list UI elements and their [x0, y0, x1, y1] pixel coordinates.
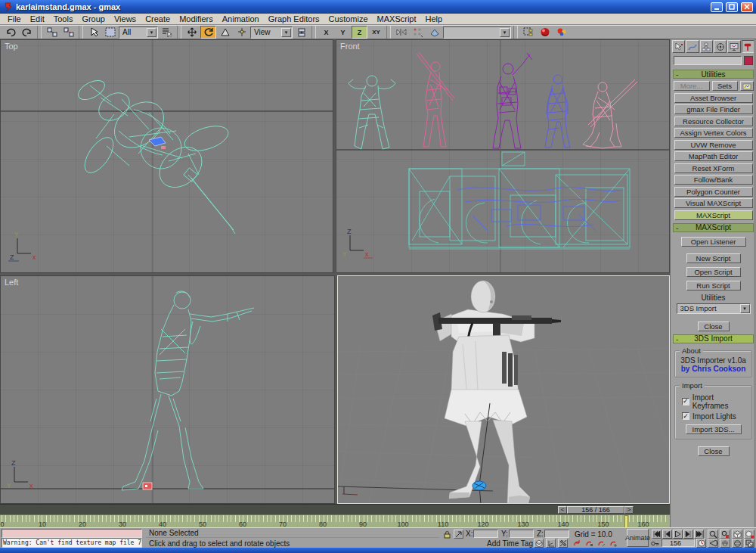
current-frame-field[interactable]: 156 — [662, 539, 695, 547]
object-color-swatch[interactable] — [744, 56, 753, 65]
named-selection-dropdown[interactable]: ▼ — [443, 26, 511, 39]
importer-close-button[interactable]: Close — [698, 446, 730, 456]
go-to-end-icon[interactable] — [694, 530, 704, 539]
wireframe-soldier-left[interactable] — [122, 291, 254, 490]
viewport-top-label[interactable]: Top — [5, 42, 18, 51]
object-name-field[interactable] — [674, 56, 742, 65]
keyboard-shortcut-toggle-icon[interactable] — [584, 539, 594, 548]
zoom-extents-icon[interactable] — [732, 530, 742, 539]
previous-frame-arrow-icon[interactable]: < — [558, 506, 567, 514]
material-editor-icon[interactable] — [537, 26, 553, 39]
dependents-toggle-icon[interactable] — [609, 539, 618, 548]
close-button[interactable] — [741, 2, 753, 12]
x-coord-field[interactable] — [473, 530, 498, 538]
open-script-button[interactable]: Open Script — [686, 267, 741, 277]
import-keyframes-checkbox[interactable]: ✓ — [682, 398, 689, 405]
go-to-start-icon[interactable] — [652, 530, 662, 539]
mirror-icon[interactable] — [393, 26, 409, 39]
restrict-z-icon[interactable]: Z — [352, 26, 367, 39]
menu-modifiers[interactable]: Modifiers — [175, 14, 218, 25]
menu-animation[interactable]: Animation — [218, 14, 264, 25]
import-lights-checkbox[interactable]: ✓ — [682, 412, 689, 420]
key-mode-toggle-icon[interactable] — [650, 539, 660, 548]
restrict-x-icon[interactable]: X — [318, 26, 334, 39]
add-time-tag[interactable]: Add Time Tag — [487, 539, 533, 548]
chevron-down-icon[interactable]: ▼ — [281, 28, 291, 37]
minimize-button[interactable] — [711, 2, 723, 12]
3ds-import-rollout-header[interactable]: - 3DS Import — [673, 334, 754, 343]
tab-modify-icon[interactable] — [686, 40, 699, 53]
time-slider-thumb[interactable]: < 156 / 166 > — [558, 506, 634, 514]
wireframe-soldier-pink[interactable] — [417, 52, 454, 147]
new-script-button[interactable]: New Script — [686, 253, 741, 263]
selection-lock-icon[interactable] — [442, 530, 452, 539]
viewport-perspective[interactable] — [337, 275, 670, 504]
field-of-view-icon[interactable] — [708, 539, 718, 548]
run-script-button[interactable]: Run Script — [686, 281, 741, 290]
uvw-remove-button[interactable]: UVW Remove — [674, 140, 753, 150]
maximize-button[interactable] — [726, 2, 738, 12]
select-by-name-icon[interactable] — [159, 26, 175, 39]
asset-browser-button[interactable]: Asset Browser — [674, 93, 753, 103]
viewport-left[interactable]: Left — [0, 275, 335, 504]
select-and-move-icon[interactable] — [184, 26, 200, 39]
menu-create[interactable]: Create — [141, 14, 175, 25]
reference-coordsys-dropdown[interactable]: View▼ — [250, 26, 293, 39]
selected-object-perspective[interactable] — [472, 481, 486, 490]
collapse-icon[interactable]: - — [676, 335, 678, 343]
zoom-all-icon[interactable] — [720, 530, 730, 539]
snap-toggle-icon[interactable] — [534, 539, 544, 548]
angle-snap-icon[interactable] — [546, 539, 556, 548]
previous-frame-icon[interactable] — [662, 530, 672, 539]
time-configuration-icon[interactable] — [696, 539, 706, 548]
collapse-icon[interactable]: - — [676, 224, 678, 232]
tab-create-icon[interactable] — [672, 40, 685, 53]
chevron-down-icon[interactable]: ▼ — [147, 28, 156, 37]
wireframe-soldier-cyan[interactable] — [349, 76, 395, 149]
more-button[interactable]: More... — [674, 81, 710, 91]
menu-maxscript[interactable]: MAXScript — [373, 14, 421, 25]
mappath-editor-button[interactable]: MapPath Editor — [674, 151, 753, 161]
min-max-toggle-icon[interactable] — [744, 539, 754, 548]
reset-xform-button[interactable]: Reset XForm — [674, 163, 753, 173]
menu-customize[interactable]: Customize — [324, 14, 373, 25]
selection-region-icon[interactable] — [102, 26, 118, 39]
shaded-soldier[interactable] — [432, 281, 561, 504]
zoom-extents-all-icon[interactable] — [744, 530, 754, 539]
utility-script-dropdown[interactable]: 3DS Import ▼ — [677, 303, 751, 314]
maxscript-mini-listener-input[interactable] — [2, 529, 142, 538]
pan-hand-icon[interactable] — [720, 539, 730, 548]
selected-object-left[interactable] — [143, 483, 152, 489]
utility-config-icon[interactable] — [740, 81, 754, 91]
gmax-file-finder-button[interactable]: gmax File Finder — [674, 104, 753, 114]
undo-icon[interactable] — [2, 26, 18, 39]
arc-rotate-icon[interactable] — [732, 539, 742, 548]
maxscript-button[interactable]: MAXScript — [674, 210, 753, 220]
utilities-rollout-header[interactable]: - Utilities — [673, 70, 754, 79]
selection-filter-dropdown[interactable]: All▼ — [119, 26, 158, 39]
y-coord-field[interactable] — [509, 530, 534, 538]
next-frame-icon[interactable] — [683, 530, 693, 539]
next-frame-arrow-icon[interactable]: > — [624, 506, 634, 514]
percent-snap-icon[interactable] — [558, 539, 568, 548]
menu-file[interactable]: File — [3, 14, 26, 25]
wireframe-soldier-purple[interactable] — [493, 53, 532, 148]
select-and-rotate-icon[interactable] — [200, 26, 216, 39]
select-and-scale-icon[interactable] — [217, 26, 233, 39]
current-frame-marker[interactable] — [624, 515, 628, 527]
use-pivot-point-icon[interactable] — [293, 26, 309, 39]
select-object-icon[interactable] — [85, 26, 101, 39]
menu-group[interactable]: Group — [77, 14, 110, 25]
tab-display-icon[interactable] — [727, 40, 740, 53]
menu-help[interactable]: Help — [421, 14, 448, 25]
menu-tools[interactable]: Tools — [49, 14, 78, 25]
menu-graph-editors[interactable]: Graph Editors — [264, 14, 324, 25]
select-and-link-icon[interactable] — [44, 26, 60, 39]
spinner-snap-icon[interactable] — [572, 539, 582, 548]
viewport-front[interactable]: Front — [336, 39, 670, 273]
render-scene-icon[interactable] — [553, 26, 569, 39]
tab-utilities-icon[interactable] — [742, 40, 754, 53]
viewport-top[interactable]: Top — [0, 39, 333, 273]
align-icon[interactable] — [426, 26, 442, 39]
resource-collector-button[interactable]: Resource Collector — [674, 117, 753, 126]
